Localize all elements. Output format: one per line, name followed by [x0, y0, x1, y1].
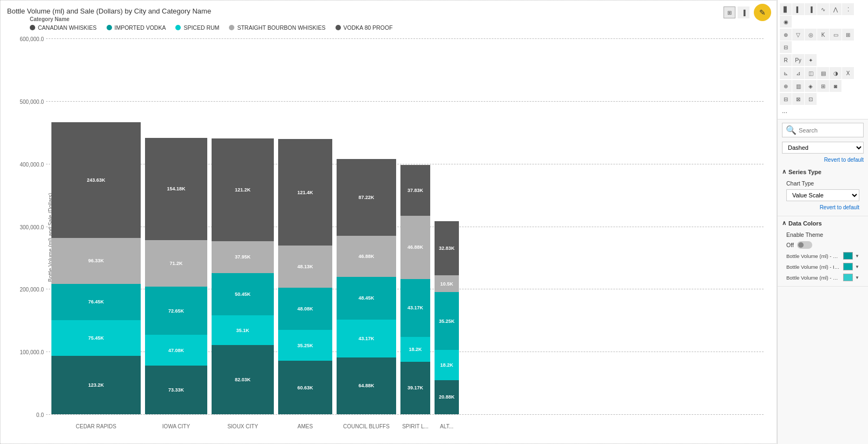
viz-icon-bar[interactable]: ▊: [780, 3, 792, 15]
viz-icon-funnel[interactable]: ▽: [792, 29, 804, 41]
bar-segment-6-2[interactable]: 35.25K: [435, 292, 459, 350]
viz-icon-matrix[interactable]: ⊟: [780, 41, 792, 53]
chart-container: Bottle Volume (ml) and Sale (Dollars) 60…: [3, 33, 774, 441]
viz-icon-gauge[interactable]: ◎: [805, 29, 817, 41]
viz-icons-row-3: R Py ✦: [780, 54, 866, 66]
viz-icon-c4[interactable]: ⊞: [817, 80, 829, 92]
bar-segment-3-4[interactable]: 121.4K: [278, 139, 332, 246]
bar-segment-0-4[interactable]: 243.63K: [51, 122, 141, 238]
bar-segment-5-0[interactable]: 39.17K: [400, 362, 430, 414]
bar-segment-0-0[interactable]: 123.2K: [51, 356, 141, 414]
bar-segment-4-2[interactable]: 48.45K: [337, 277, 396, 320]
bar-segment-4-3[interactable]: 46.88K: [337, 236, 396, 277]
bar-segment-4-1[interactable]: 43.17K: [337, 320, 396, 357]
viz-icon-b3[interactable]: ◫: [805, 67, 817, 79]
bar-segment-1-4[interactable]: 154.18K: [145, 138, 207, 240]
viz-icon-c5[interactable]: ◙: [830, 80, 841, 92]
viz-icon-scatter[interactable]: ⁚: [842, 3, 854, 15]
bar-segment-4-4[interactable]: 87.22K: [337, 159, 396, 236]
viz-icon-b1[interactable]: ⊾: [780, 67, 792, 79]
y-label-2: 400,000.0: [20, 161, 44, 167]
bar-segment-4-0[interactable]: 64.88K: [337, 357, 396, 414]
bar-segment-6-1[interactable]: 18.2K: [435, 350, 459, 380]
bar-segment-1-0[interactable]: 73.33K: [145, 366, 207, 414]
search-input[interactable]: [799, 127, 860, 134]
color-swatch-1[interactable]: [843, 263, 853, 270]
viz-icon-b4[interactable]: ▤: [817, 67, 829, 79]
bar-label-1-3: 71.2K: [169, 261, 182, 266]
y-label-3: 300,000.0: [20, 224, 44, 230]
viz-icon-c1[interactable]: ⊕: [780, 80, 792, 92]
bar-view-icon[interactable]: ▐: [738, 6, 749, 18]
viz-icon-kpi[interactable]: K: [817, 29, 829, 41]
viz-icon-line[interactable]: ∿: [817, 3, 829, 15]
chart-type-label: Chart Type: [782, 178, 864, 187]
bar-segment-0-3[interactable]: 96.33K: [51, 238, 141, 284]
viz-icon-pie[interactable]: ◉: [780, 16, 792, 28]
viz-icon-d3[interactable]: ⊡: [805, 93, 817, 105]
bar-segment-2-2[interactable]: 50.45K: [212, 273, 274, 316]
bar-segment-2-1[interactable]: 35.1K: [212, 315, 274, 345]
viz-icon-c3[interactable]: ◈: [805, 80, 817, 92]
viz-icon-b5[interactable]: ◑: [830, 67, 841, 79]
viz-icon-100-bar[interactable]: ▐: [805, 3, 817, 15]
toggle-off-label: Off: [786, 242, 794, 248]
viz-icon-map[interactable]: ⊕: [780, 29, 792, 41]
color-swatch-2[interactable]: [843, 274, 853, 281]
bar-label-2-1: 35.1K: [236, 328, 249, 333]
viz-icon-table[interactable]: ⊞: [842, 29, 854, 41]
viz-icon-area[interactable]: ⋀: [830, 3, 841, 15]
bar-segment-3-3[interactable]: 48.13K: [278, 246, 332, 288]
series-type-header[interactable]: ∧ Series Type: [782, 168, 864, 175]
viz-icon-b6[interactable]: X: [842, 67, 854, 79]
bar-segment-0-2[interactable]: 76.45K: [51, 284, 141, 320]
bar-segment-6-3[interactable]: 10.5K: [435, 275, 459, 293]
viz-icon-d1[interactable]: ⊟: [780, 93, 792, 105]
revert-link-2[interactable]: Revert to default: [782, 203, 864, 213]
more-icons-dots[interactable]: ...: [780, 106, 866, 116]
color-arrow-1[interactable]: ▼: [855, 264, 859, 269]
x-label-1: IOWA CITY: [162, 423, 190, 429]
viz-icon-py[interactable]: Py: [792, 54, 804, 66]
bar-label-1-0: 73.33K: [168, 387, 184, 393]
viz-icon-r[interactable]: R: [780, 54, 792, 66]
search-box[interactable]: 🔍: [782, 123, 864, 137]
bar-segment-5-4[interactable]: 37.83K: [400, 165, 430, 216]
toolbar: ⊞ ▐ ✎: [724, 4, 771, 21]
legend-dot-4: [336, 25, 341, 30]
bar-segment-3-0[interactable]: 60.63K: [278, 361, 332, 414]
bar-segment-2-0[interactable]: 82.03K: [212, 345, 274, 414]
bar-segment-1-3[interactable]: 71.2K: [145, 240, 207, 287]
bar-segment-1-1[interactable]: 47.08K: [145, 335, 207, 366]
bar-segment-5-3[interactable]: 46.88K: [400, 216, 430, 279]
bar-segment-3-1[interactable]: 35.25K: [278, 330, 332, 361]
bar-segment-2-4[interactable]: 121.2K: [212, 138, 274, 241]
bar-segment-1-2[interactable]: 72.65K: [145, 287, 207, 335]
bar-segment-3-2[interactable]: 48.08K: [278, 288, 332, 330]
chart-type-dropdown[interactable]: Value Scale: [786, 189, 859, 201]
enable-theme-toggle[interactable]: [797, 241, 812, 249]
viz-icon-c2[interactable]: ▥: [792, 80, 804, 92]
data-colors-header[interactable]: ∧ Data Colors: [782, 220, 864, 227]
bar-segment-6-4[interactable]: 32.83K: [435, 221, 459, 275]
grid-view-icon[interactable]: ⊞: [724, 6, 735, 18]
bar-segment-0-1[interactable]: 75.45K: [51, 320, 141, 356]
x-label-4: COUNCIL BLUFFS: [343, 423, 390, 429]
viz-icon-b2[interactable]: ⊿: [792, 67, 804, 79]
dashed-dropdown[interactable]: Dashed Solid Dotted: [782, 142, 864, 154]
color-arrow-2[interactable]: ▼: [855, 275, 859, 280]
viz-icon-card[interactable]: ▭: [830, 29, 841, 41]
color-swatch-0[interactable]: [843, 252, 853, 260]
bar-segment-2-3[interactable]: 37.95K: [212, 241, 274, 273]
viz-icon-stacked-bar[interactable]: ▌: [792, 3, 804, 15]
viz-icon-more[interactable]: ✦: [805, 54, 817, 66]
color-arrow-0[interactable]: ▼: [855, 254, 859, 259]
bar-segment-5-2[interactable]: 43.17K: [400, 279, 430, 337]
bar-segment-5-1[interactable]: 18.2K: [400, 337, 430, 361]
viz-icon-d2[interactable]: ⊠: [792, 93, 804, 105]
y-label-4: 200,000.0: [20, 287, 44, 293]
revert-link-1[interactable]: Revert to default: [778, 156, 868, 165]
edit-button[interactable]: ✎: [754, 4, 771, 21]
bar-group-5: 39.17K18.2K43.17K46.88K37.83KSPIRIT L...: [400, 165, 430, 414]
bar-segment-6-0[interactable]: 20.88K: [435, 380, 459, 414]
